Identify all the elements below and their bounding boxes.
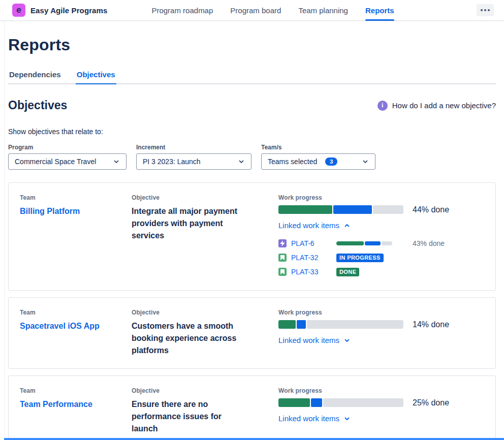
- item-inprogress-segment: [365, 241, 381, 245]
- progress-done-text: 14% done: [413, 320, 449, 329]
- objective-cards: Team Billing Platform Objective Integrat…: [8, 182, 496, 440]
- chevron-up-icon: [343, 222, 351, 229]
- program-select[interactable]: Commercial Space Travel: [8, 153, 127, 170]
- filter-bar: Program Commercial Space Travel Incremen…: [8, 144, 496, 170]
- team-column-label: Team: [20, 194, 132, 201]
- chevron-down-icon: [343, 337, 351, 344]
- story-icon: [278, 254, 287, 262]
- progress-done-text: 44% done: [413, 205, 449, 214]
- item-todo-segment: [382, 241, 392, 245]
- help-link-label: How do I add a new objective?: [392, 101, 496, 110]
- top-navigation: e Easy Agile Programs Program roadmap Pr…: [0, 0, 504, 21]
- progress-todo-segment: [323, 398, 403, 407]
- objective-card: Team Team Performance Objective Ensure t…: [8, 375, 496, 440]
- progress-bar: [278, 320, 403, 329]
- increment-select[interactable]: PI 3 2023: Launch: [136, 153, 251, 170]
- app-name: Easy Agile Programs: [30, 6, 107, 15]
- team-link[interactable]: Billing Platform: [20, 205, 101, 217]
- chevron-down-icon: [113, 158, 120, 165]
- program-filter-label: Program: [8, 144, 127, 151]
- info-icon: i: [377, 101, 388, 111]
- linked-item-row: PLAT-32 IN PROGRESS: [278, 250, 484, 265]
- nav-item-program-board[interactable]: Program board: [222, 0, 290, 21]
- progress-column-label: Work progress: [278, 387, 484, 394]
- team-column-label: Team: [20, 387, 132, 394]
- item-done-text: 43% done: [413, 239, 445, 247]
- progress-inprogress-segment: [311, 398, 322, 407]
- easy-agile-logo-icon: e: [12, 4, 25, 17]
- linked-item-row: PLAT-33 DONE: [278, 265, 484, 279]
- progress-done-text: 25% done: [413, 398, 449, 407]
- progress-bar: [278, 398, 403, 407]
- nav-item-program-roadmap[interactable]: Program roadmap: [143, 0, 222, 21]
- progress-done-segment: [278, 320, 296, 329]
- teams-select-value: Teams selected: [268, 158, 317, 166]
- objective-text: Customers have a smooth booking experien…: [132, 320, 248, 357]
- progress-done-segment: [278, 205, 332, 214]
- linked-work-items-label: Linked work items: [278, 414, 339, 423]
- status-badge: DONE: [336, 268, 359, 276]
- progress-column-label: Work progress: [278, 194, 484, 201]
- help-link[interactable]: i How do I add a new objective?: [377, 101, 496, 111]
- objective-column-label: Objective: [132, 194, 278, 201]
- chevron-down-icon: [343, 415, 351, 422]
- nav-item-team-planning[interactable]: Team planning: [290, 0, 357, 21]
- progress-inprogress-segment: [297, 320, 305, 329]
- linked-work-items-toggle[interactable]: Linked work items: [278, 414, 351, 423]
- status-badge: IN PROGRESS: [336, 254, 384, 262]
- progress-bar: [278, 205, 403, 214]
- nav-tabs: Program roadmap Program board Team plann…: [143, 0, 402, 21]
- teams-count-badge: 3: [325, 158, 337, 166]
- teams-filter-label: Team/s: [261, 144, 375, 151]
- chevron-down-icon: [238, 158, 245, 165]
- horizontal-scrollbar[interactable]: [4, 438, 504, 440]
- more-options-button[interactable]: [477, 4, 494, 16]
- progress-done-segment: [278, 398, 310, 407]
- objective-text: Ensure there are no performance issues f…: [132, 398, 248, 435]
- item-progress-bar: [336, 241, 392, 245]
- story-icon: [278, 268, 287, 276]
- objective-column-label: Objective: [132, 387, 278, 394]
- linked-work-items-label: Linked work items: [278, 221, 339, 230]
- linked-work-items-toggle[interactable]: Linked work items: [278, 221, 351, 230]
- linked-items-list: PLAT-6 43% done: [278, 236, 484, 279]
- team-link[interactable]: Spacetravel iOS App: [20, 320, 101, 332]
- nav-item-reports[interactable]: Reports: [357, 0, 403, 21]
- report-tabs: Dependencies Objectives: [8, 70, 496, 84]
- increment-select-value: PI 3 2023: Launch: [143, 158, 201, 166]
- work-item-key[interactable]: PLAT-33: [291, 268, 318, 276]
- teams-select[interactable]: Teams selected 3: [261, 153, 375, 170]
- program-select-value: Commercial Space Travel: [15, 158, 96, 166]
- section-title: Objectives: [8, 99, 67, 112]
- objective-card: Team Spacetravel iOS App Objective Custo…: [8, 297, 496, 369]
- linked-item-row: PLAT-6 43% done: [278, 236, 484, 250]
- progress-todo-segment: [307, 320, 403, 329]
- team-column-label: Team: [20, 309, 132, 316]
- main-content: Reports Dependencies Objectives Objectiv…: [4, 21, 504, 440]
- increment-filter-label: Increment: [136, 144, 251, 151]
- work-item-key[interactable]: PLAT-6: [291, 239, 314, 247]
- tab-objectives[interactable]: Objectives: [76, 70, 116, 83]
- epic-icon: [278, 239, 287, 247]
- team-link[interactable]: Team Performance: [20, 398, 101, 411]
- progress-todo-segment: [373, 205, 403, 214]
- linked-work-items-label: Linked work items: [278, 336, 339, 344]
- filter-intro-text: Show objectives that relate to:: [8, 128, 496, 136]
- ellipsis-icon: [481, 9, 483, 11]
- work-item-key[interactable]: PLAT-32: [291, 254, 318, 262]
- chevron-down-icon: [362, 158, 369, 165]
- objective-card: Team Billing Platform Objective Integrat…: [8, 182, 496, 291]
- objective-column-label: Objective: [132, 309, 278, 316]
- item-done-segment: [336, 241, 364, 245]
- tab-dependencies[interactable]: Dependencies: [8, 70, 62, 83]
- linked-work-items-toggle[interactable]: Linked work items: [278, 336, 351, 344]
- objective-text: Integrate all major payment providers wi…: [132, 205, 248, 242]
- progress-inprogress-segment: [333, 205, 372, 214]
- page-title: Reports: [8, 21, 496, 54]
- progress-column-label: Work progress: [278, 309, 484, 316]
